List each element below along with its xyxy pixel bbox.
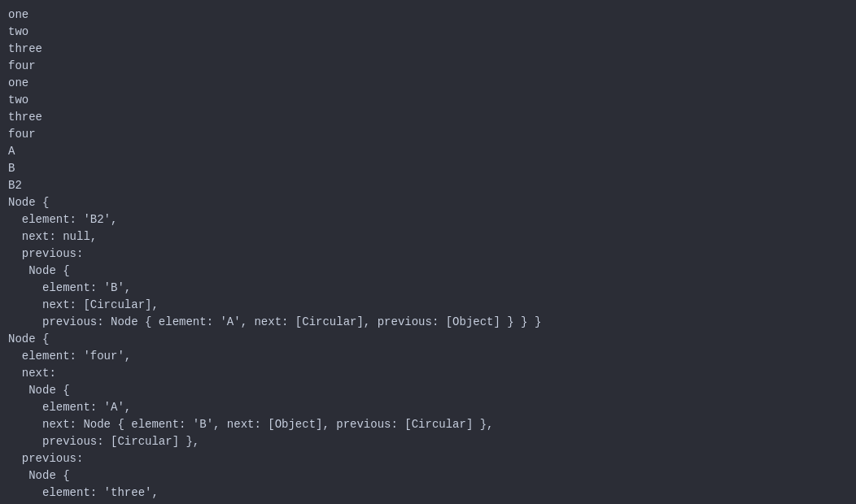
output-line: previous: [8, 450, 848, 467]
output-line: one [8, 75, 848, 92]
output-line: Node { [8, 263, 848, 280]
output-line: Node { [8, 382, 848, 399]
output-line: previous: Node { element: 'A', next: [Ci… [8, 314, 848, 331]
output-line: two [8, 92, 848, 109]
output-line: one [8, 7, 848, 24]
output-line: Node { [8, 331, 848, 348]
output-line: Node { [8, 194, 848, 211]
output-line: four [8, 58, 848, 75]
output-line: four [8, 126, 848, 143]
console-output: onetwothreefouronetwothreefourABB2Node {… [8, 7, 848, 504]
output-line: next: [8, 365, 848, 382]
output-line: two [8, 24, 848, 41]
output-line: element: 'A', [8, 399, 848, 416]
output-line: three [8, 41, 848, 58]
output-line: next: Node { element: 'B', next: [Object… [8, 416, 848, 433]
output-line: B [8, 160, 848, 177]
output-line: three [8, 109, 848, 126]
output-line: element: 'three', [8, 484, 848, 502]
output-line: element: 'four', [8, 348, 848, 365]
output-line: B2 [8, 177, 848, 194]
output-line: element: 'B2', [8, 211, 848, 228]
output-line: next: [Circular], [8, 297, 848, 314]
output-line: next: null, [8, 228, 848, 245]
output-line: A [8, 143, 848, 160]
output-line: element: 'B', [8, 280, 848, 297]
output-line: Node { [8, 467, 848, 484]
output-line: previous: [Circular] }, [8, 433, 848, 450]
output-line: previous: [8, 245, 848, 263]
